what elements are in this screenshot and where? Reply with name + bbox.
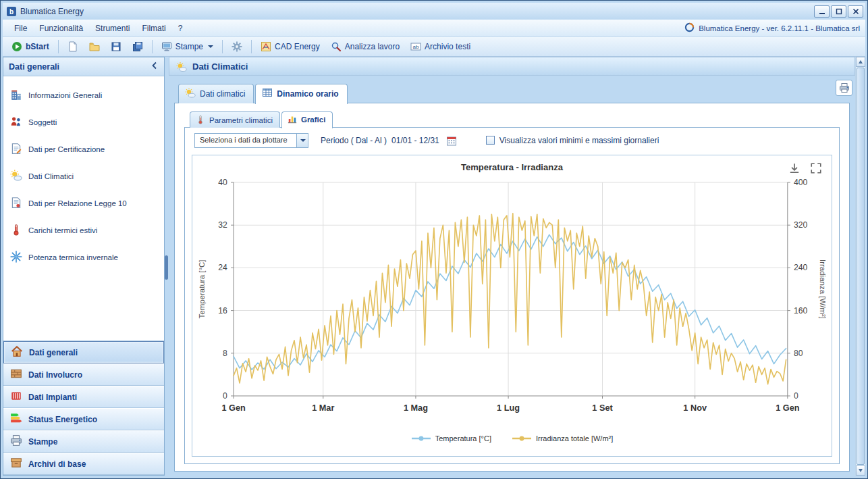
- splitter-handle[interactable]: [165, 255, 168, 280]
- accordion-label: Dati generali: [29, 348, 78, 357]
- close-button[interactable]: [848, 5, 863, 18]
- archive-icon: [10, 457, 22, 471]
- menu-[interactable]: ?: [172, 21, 189, 36]
- sidebar-item-list: Informazioni GeneraliSoggettiDati per Ce…: [3, 76, 164, 341]
- sun-cloud-icon: [10, 170, 22, 183]
- sun-cloud-icon: [185, 88, 196, 101]
- building-icon: [10, 89, 22, 102]
- minmax-checkbox[interactable]: [486, 136, 495, 145]
- scroll-up-button[interactable]: [856, 57, 865, 67]
- cad-energy-button[interactable]: CAD Energy: [256, 39, 325, 55]
- accordion-label: Archivi di base: [28, 459, 86, 469]
- scroll-down-button[interactable]: [856, 465, 865, 476]
- analizza-lavoro-button[interactable]: Analizza lavoro: [326, 39, 404, 55]
- combo-dropdown-button[interactable]: [296, 134, 308, 147]
- sidebar-item-label: Potenza termica invernale: [28, 253, 118, 261]
- tab-label: Dati climatici: [200, 89, 245, 99]
- accordion-dati-generali[interactable]: Dati generali: [3, 341, 164, 363]
- legend-temperatura-c[interactable]: Temperatura [°C]: [411, 434, 491, 443]
- chart-legend: Temperatura [°C]Irradianza totale [W/m²]: [192, 427, 832, 450]
- open-button[interactable]: [84, 39, 105, 55]
- tab-label: Grafici: [301, 116, 325, 124]
- svg-text:32: 32: [218, 220, 227, 230]
- svg-text:240: 240: [794, 263, 808, 272]
- people-icon: [10, 116, 22, 129]
- collapse-sidebar-button[interactable]: [151, 61, 159, 72]
- accordion-stampe[interactable]: Stampe: [3, 430, 164, 453]
- sidebar-accordion: Dati generaliDati InvolucroDati Impianti…: [3, 341, 164, 475]
- plot-data-select[interactable]: Seleziona i dati da plottare: [194, 133, 308, 148]
- house-icon: [11, 345, 23, 359]
- minmax-check-group: Visualizza valori minimi e massimi giorn…: [486, 136, 659, 145]
- sidebar-item-soggetti[interactable]: Soggetti: [3, 109, 164, 136]
- svg-text:1 Gen: 1 Gen: [221, 403, 245, 413]
- menu-file[interactable]: File: [8, 21, 33, 36]
- magnifier-icon: [331, 41, 342, 52]
- accordion-archivi-di-base[interactable]: Archivi di base: [3, 453, 164, 475]
- vertical-scrollbar[interactable]: [855, 57, 865, 476]
- accordion-dati-involucro[interactable]: Dati Involucro: [3, 363, 164, 386]
- svg-text:400: 400: [794, 178, 808, 187]
- save-all-button[interactable]: [128, 39, 148, 55]
- legend-label: Irradianza totale [W/m²]: [536, 434, 613, 443]
- period-label: Periodo ( Dal - Al ): [321, 136, 387, 145]
- accordion-status-energetico[interactable]: Status Energetico: [3, 408, 164, 430]
- download-chart-button[interactable]: [788, 162, 801, 174]
- svg-text:0: 0: [223, 391, 227, 401]
- svg-text:80: 80: [794, 349, 803, 358]
- calendar-button[interactable]: [444, 133, 459, 148]
- printer-icon: [10, 434, 22, 449]
- maximize-button[interactable]: [831, 5, 846, 18]
- page-header: Dati Climatici: [169, 57, 855, 76]
- play-icon: [11, 41, 22, 52]
- cad-energy-icon: [261, 41, 271, 52]
- svg-text:0: 0: [794, 391, 798, 401]
- sidebar-item-label: Dati per Relazione Legge 10: [28, 199, 127, 207]
- minimize-button[interactable]: [814, 5, 830, 18]
- thermometer-icon: [196, 115, 205, 126]
- menu-bar: FileFunzionalitàStrumentiFilmati? Blumat…: [3, 20, 865, 37]
- svg-text:ab: ab: [413, 44, 419, 50]
- tab-dati-climatici[interactable]: Dati climatici: [178, 84, 254, 103]
- minmax-checkbox-label: Visualizza valori minimi e massimi giorn…: [499, 136, 659, 145]
- svg-text:Irradianza [W/m²]: Irradianza [W/m²]: [819, 259, 828, 319]
- legend-irradianza-totale-w-m[interactable]: Irradianza totale [W/m²]: [512, 434, 613, 443]
- sidebar-header-title: Dati generali: [9, 62, 59, 72]
- chevron-down-icon: [208, 45, 213, 48]
- tab-dinamico-orario[interactable]: Dinamico orario: [255, 84, 347, 104]
- sidebar-item-dati-per-relazione-legge-10[interactable]: Dati per Relazione Legge 10: [3, 190, 164, 217]
- subtab-parametri-climatici[interactable]: Parametri climatici: [190, 111, 280, 128]
- stampe-button[interactable]: Stampe: [157, 39, 218, 55]
- bstart-button[interactable]: bStart: [7, 39, 54, 55]
- sidebar-item-potenza-termica-invernale[interactable]: Potenza termica invernale: [3, 244, 164, 271]
- subtab-grafici[interactable]: Grafici: [281, 111, 333, 128]
- scrollbar-thumb[interactable]: [857, 68, 865, 465]
- fullscreen-chart-button[interactable]: [810, 162, 822, 174]
- save-button[interactable]: [106, 39, 126, 55]
- legend-marker-icon: [512, 435, 532, 442]
- chart-title: Temperatura - Irradianza: [192, 155, 832, 176]
- chart-plot-area: 08162432400801602403204001 Gen1 Mar1 Mag…: [192, 176, 832, 427]
- menu-filmati[interactable]: Filmati: [136, 21, 171, 36]
- sidebar-item-carichi-termici-estivi[interactable]: Carichi termici estivi: [3, 217, 164, 244]
- version-text: Blumatica Energy - ver. 6.2.11.1 - Bluma…: [699, 24, 860, 32]
- accordion-dati-impianti[interactable]: Dati Impianti: [3, 386, 164, 408]
- archivio-testi-button[interactable]: ab Archivio testi: [406, 39, 475, 55]
- snowflake-icon: [10, 251, 22, 264]
- menu-strumenti[interactable]: Strumenti: [89, 21, 136, 36]
- title-bar: b Blumatica Energy: [3, 3, 865, 20]
- new-document-button[interactable]: [63, 39, 83, 55]
- sidebar-item-dati-climatici[interactable]: Dati Climatici: [3, 163, 164, 190]
- svg-text:24: 24: [218, 263, 227, 272]
- doc-law-icon: [10, 197, 22, 210]
- sub-tabstrip: Parametri climaticiGrafici: [190, 111, 849, 128]
- menu-funzionalit[interactable]: Funzionalità: [33, 21, 89, 36]
- sidebar-item-informazioni-generali[interactable]: Informazioni Generali: [3, 82, 164, 109]
- sidebar-item-dati-per-certificazione[interactable]: Dati per Certificazione: [3, 136, 164, 163]
- accordion-label: Dati Impianti: [28, 393, 77, 402]
- settings-button[interactable]: [227, 39, 247, 55]
- series-irradianza-totale-w-m: [234, 213, 786, 384]
- wall-icon: [10, 368, 22, 382]
- svg-text:Temperatura [°C]: Temperatura [°C]: [197, 259, 206, 318]
- svg-text:160: 160: [794, 305, 808, 315]
